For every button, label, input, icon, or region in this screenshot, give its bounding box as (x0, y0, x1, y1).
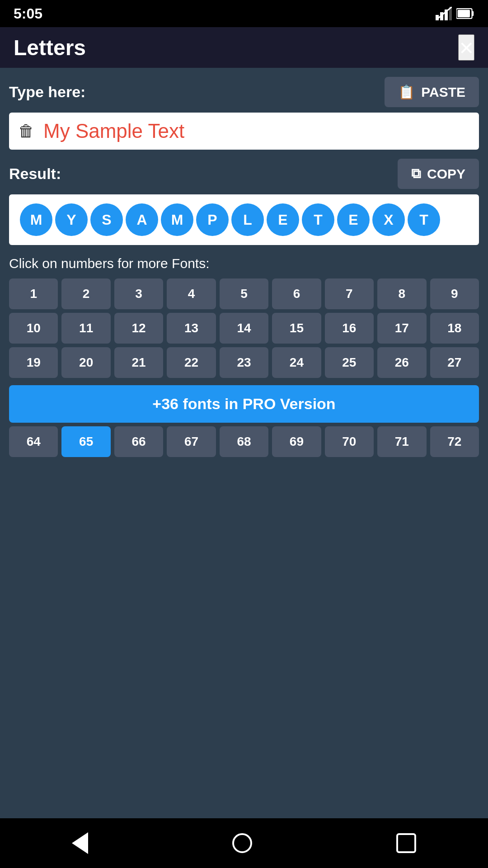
font-number-button[interactable]: 66 (114, 426, 163, 457)
font-number-button[interactable]: 65 (61, 426, 110, 457)
trash-icon[interactable]: 🗑 (18, 122, 34, 141)
paste-button[interactable]: 📋 PASTE (385, 77, 479, 107)
font-number-button[interactable]: 9 (430, 278, 479, 309)
letter-circle: Y (55, 203, 88, 236)
signal-icon (436, 7, 452, 20)
font-number-button[interactable]: 2 (61, 278, 110, 309)
result-section-header: Result: ⧉ COPY (9, 159, 479, 189)
font-number-button[interactable]: 1 (9, 278, 58, 309)
font-number-button[interactable]: 23 (220, 347, 268, 378)
back-icon (72, 832, 88, 854)
font-number-button[interactable]: 15 (272, 313, 321, 344)
font-number-button[interactable]: 22 (167, 347, 216, 378)
font-number-button[interactable]: 20 (61, 347, 110, 378)
status-time: 5:05 (14, 5, 42, 22)
clipboard-icon: 📋 (398, 84, 415, 100)
font-number-button[interactable]: 71 (377, 426, 426, 457)
letter-circle: A (126, 203, 158, 236)
font-grid-row3: 192021222324252627 (9, 347, 479, 378)
svg-rect-6 (472, 11, 474, 16)
home-icon (232, 833, 252, 853)
font-number-button[interactable]: 18 (430, 313, 479, 344)
letter-circle: M (20, 203, 52, 236)
font-number-button[interactable]: 26 (377, 347, 426, 378)
copy-label: COPY (427, 166, 465, 182)
letter-circle: P (196, 203, 229, 236)
font-number-button[interactable]: 21 (114, 347, 163, 378)
font-number-button[interactable]: 16 (325, 313, 374, 344)
letter-circle: S (90, 203, 123, 236)
font-number-button[interactable]: 69 (272, 426, 321, 457)
font-number-button[interactable]: 8 (377, 278, 426, 309)
letter-circle: T (408, 203, 440, 236)
copy-icon: ⧉ (411, 166, 421, 182)
letter-circle: T (302, 203, 334, 236)
font-number-button[interactable]: 19 (9, 347, 58, 378)
result-container: MYSAMPLETEXT (9, 194, 479, 245)
font-number-button[interactable]: 24 (272, 347, 321, 378)
text-input[interactable] (43, 120, 470, 142)
font-grid-row2: 101112131415161718 (9, 313, 479, 344)
font-number-button[interactable]: 27 (430, 347, 479, 378)
font-number-button[interactable]: 10 (9, 313, 58, 344)
font-number-button[interactable]: 5 (220, 278, 268, 309)
app-title: Letters (14, 35, 86, 60)
status-icons (436, 7, 474, 20)
battery-icon (456, 7, 474, 20)
font-number-button[interactable]: 68 (220, 426, 268, 457)
app-header: Letters × (0, 27, 488, 68)
pro-banner[interactable]: +36 fonts in PRO Version (9, 385, 479, 423)
result-label: Result: (9, 165, 61, 183)
type-label: Type here: (9, 83, 85, 101)
font-number-button[interactable]: 11 (61, 313, 110, 344)
font-number-button[interactable]: 70 (325, 426, 374, 457)
copy-button[interactable]: ⧉ COPY (398, 159, 479, 189)
font-grid-row4: 646566676869707172 (9, 426, 479, 457)
font-number-button[interactable]: 6 (272, 278, 321, 309)
main-content: Type here: 📋 PASTE 🗑 Result: ⧉ COPY MYSA… (0, 68, 488, 818)
font-number-button[interactable]: 67 (167, 426, 216, 457)
status-bar: 5:05 (0, 0, 488, 27)
letter-circle: M (161, 203, 193, 236)
font-number-button[interactable]: 72 (430, 426, 479, 457)
font-number-button[interactable]: 12 (114, 313, 163, 344)
nav-back-button[interactable] (72, 832, 88, 854)
nav-recents-button[interactable] (396, 833, 416, 853)
letter-circle: E (267, 203, 299, 236)
letter-circle: E (337, 203, 370, 236)
svg-rect-7 (458, 10, 470, 17)
font-number-button[interactable]: 14 (220, 313, 268, 344)
font-number-button[interactable]: 7 (325, 278, 374, 309)
nav-bar (0, 818, 488, 868)
font-number-button[interactable]: 13 (167, 313, 216, 344)
type-section-header: Type here: 📋 PASTE (9, 77, 479, 107)
font-number-button[interactable]: 4 (167, 278, 216, 309)
font-grid-row1: 123456789 (9, 278, 479, 309)
result-letters: MYSAMPLETEXT (20, 203, 440, 236)
font-number-button[interactable]: 64 (9, 426, 58, 457)
fonts-instruction: Click on numbers for more Fonts: (9, 256, 479, 271)
font-number-button[interactable]: 3 (114, 278, 163, 309)
recents-icon (396, 833, 416, 853)
letter-circle: L (231, 203, 264, 236)
close-button[interactable]: × (458, 34, 474, 61)
nav-home-button[interactable] (232, 833, 252, 853)
letter-circle: X (372, 203, 405, 236)
paste-label: PASTE (421, 85, 465, 100)
font-number-button[interactable]: 25 (325, 347, 374, 378)
input-container: 🗑 (9, 113, 479, 150)
font-number-button[interactable]: 17 (377, 313, 426, 344)
